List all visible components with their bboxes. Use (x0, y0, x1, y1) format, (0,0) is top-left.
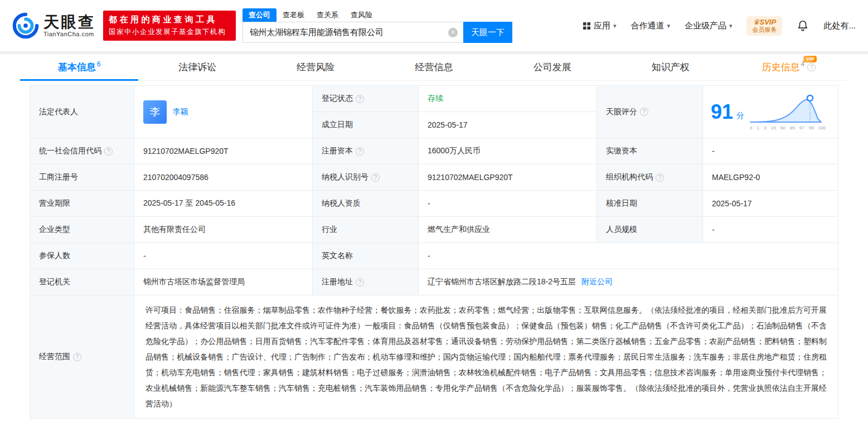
tab-intellectual-property[interactable]: 知识产权 (612, 54, 730, 80)
score-unit: 分 (736, 111, 744, 121)
nav-cooperation[interactable]: 合作通道 ▾ (631, 21, 670, 31)
promo-line2: 国家中小企业发展子基金旗下机构 (109, 27, 230, 37)
table-row: 统一社会信用代码 ? 91210702MAELGP920T 注册资本 ? 160… (30, 138, 838, 164)
crown-icon: ♛ (753, 18, 760, 26)
credit-code-value: 91210702MAELGP920T (134, 138, 313, 164)
nav-apps[interactable]: 应用 ▾ (583, 21, 617, 31)
reg-status-label: 登记状态 ? (313, 86, 419, 111)
svip-badge[interactable]: ♛SVIP 会员服务 (746, 16, 782, 36)
taxpayer-quality-value: - (419, 191, 597, 216)
paid-capital-value: - (703, 138, 838, 164)
nav-enterprise-label: 企业级产品 (685, 21, 726, 31)
search-input-wrap: × (243, 22, 463, 43)
tab-basic-info[interactable]: 基本信息 6 (20, 54, 138, 80)
table-row: 登记机关 锦州市古塔区市场监督管理局 注册地址 ? 辽宁省锦州市古塔区解放路二段… (30, 269, 838, 295)
table-row: 工商注册号 210702004097586 纳税人识别号 ? 91210702M… (30, 164, 838, 191)
table-row: 营业期限 2025-05-17 至 2045-05-16 纳税人资质 - 核准日… (30, 191, 838, 217)
legal-rep-name-link[interactable]: 李颖 (173, 107, 188, 117)
help-icon[interactable]: ? (807, 63, 816, 71)
insured-count-label: 参保人数 (30, 243, 134, 269)
reg-address-value: 辽宁省锦州市古塔区解放路二段18-2号五层 附近公司 (419, 269, 838, 295)
reg-capital-label: 注册资本 ? (313, 138, 419, 164)
help-icon[interactable]: ? (656, 173, 664, 182)
legal-rep-avatar[interactable]: 李 (143, 100, 167, 124)
nav-enterprise[interactable]: 企业级产品 ▾ (685, 21, 733, 31)
chevron-down-icon: ▾ (613, 22, 617, 30)
reg-capital-value: 16000万人民币 (419, 138, 597, 164)
help-icon[interactable]: ? (640, 108, 648, 116)
tab-operating-risk[interactable]: 经营风险 (256, 54, 375, 80)
search-tab-relation[interactable]: 查关系 (311, 8, 345, 22)
taxpayer-quality-label: 纳税人资质 (313, 191, 419, 216)
logo-text: 天眼查 TianYanCha.com (43, 14, 95, 37)
help-icon[interactable]: ? (356, 95, 364, 103)
search-tab-risk[interactable]: 查风险 (345, 8, 379, 22)
reg-authority-value: 锦州市古塔区市场监督管理局 (134, 269, 313, 295)
nearby-companies-link[interactable]: 附近公司 (581, 277, 613, 287)
credit-code-label: 统一社会信用代码 ? (30, 138, 134, 164)
business-scope-label: 经营范围 ? (30, 295, 134, 418)
taxpayer-id-label: 纳税人识别号 ? (313, 164, 419, 190)
help-icon[interactable]: ? (104, 147, 113, 156)
logo-name: 天眼查 (43, 14, 95, 31)
industry-label: 行业 (313, 217, 419, 242)
svip-sublabel: 会员服务 (752, 26, 777, 33)
tab-legal-proceedings[interactable]: 法律诉讼 (138, 54, 256, 80)
search-input[interactable] (243, 28, 448, 37)
search-button[interactable]: 天眼一下 (463, 22, 512, 43)
staff-size-label: 人员规模 (597, 217, 703, 242)
reg-number-value: 210702004097586 (134, 164, 313, 190)
promo-line1: 都在用的商业查询工具 (109, 14, 230, 25)
tab-history-count: 4 (801, 60, 805, 68)
help-icon[interactable]: ? (371, 173, 380, 182)
header: 天眼查 TianYanCha.com 都在用的商业查询工具 国家中小企业发展子基… (0, 0, 868, 51)
tab-history-info[interactable]: VIP 历史信息 4 ? (730, 54, 848, 80)
establish-date-row: 成立日期 2025-05-17 (313, 112, 597, 138)
reg-status-row: 登记状态 ? 存续 (313, 86, 597, 112)
score-cell[interactable]: 91 分 0131550859799100 (703, 86, 838, 138)
insured-count-value: - (134, 243, 313, 269)
industry-value: 燃气生产和供应业 (419, 217, 597, 242)
nav-apps-label: 应用 (594, 21, 610, 31)
nav-more[interactable]: 此处有... (823, 21, 856, 31)
svip-label: ♛SVIP (752, 18, 777, 26)
help-icon[interactable]: ? (356, 278, 364, 287)
score-value: 91 (711, 100, 733, 124)
approval-date-value: 2025-05-17 (703, 191, 838, 216)
reg-address-label: 注册地址 ? (313, 269, 419, 295)
score-axis: 0131550859799100 (749, 125, 827, 130)
business-term-label: 营业期限 (30, 191, 134, 216)
tab-company-development[interactable]: 公司发展 (493, 54, 612, 80)
apps-grid-icon (583, 22, 591, 30)
tab-operating-info[interactable]: 经营信息 (375, 54, 493, 80)
reg-status-value: 存续 (419, 86, 597, 111)
table-row: 经营范围 ? 许可项目：食品销售；住宿服务；烟草制品零售；农作物种子经营；餐饮服… (30, 295, 838, 418)
promo-banner: 都在用的商业查询工具 国家中小企业发展子基金旗下机构 (103, 11, 236, 41)
chevron-down-icon: ▾ (667, 22, 670, 30)
english-name-label: 英文名称 (313, 243, 419, 269)
search-tab-boss[interactable]: 查老板 (277, 8, 311, 22)
help-icon[interactable]: ? (356, 147, 364, 156)
chevron-down-icon: ▾ (729, 22, 733, 30)
clear-search-icon[interactable]: × (448, 28, 458, 37)
company-info-table: 法定代表人 李 李颖 登记状态 ? 存续 成立日期 2025-05-17 天眼评… (30, 85, 838, 419)
org-code-label: 组织机构代码 ? (597, 164, 703, 190)
tianyancha-logo[interactable]: 天眼查 TianYanCha.com (12, 12, 95, 39)
establish-date-value: 2025-05-17 (419, 112, 597, 138)
org-code-value: MAELGP92-0 (703, 164, 838, 190)
search-tabs: 查公司 查老板 查关系 查风险 (243, 8, 512, 22)
logo-site: TianYanCha.com (43, 31, 95, 37)
score-label: 天眼评分 ? (597, 86, 703, 138)
search-tab-company[interactable]: 查公司 (243, 8, 277, 22)
search-row: × 天眼一下 (243, 22, 512, 43)
english-name-value: - (419, 243, 838, 269)
help-icon[interactable]: ? (73, 353, 81, 361)
company-type-label: 企业类型 (30, 217, 134, 242)
paid-capital-label: 实缴资本 (597, 138, 703, 164)
approval-date-label: 核准日期 (597, 191, 703, 216)
score-chart: 0131550859799100 (749, 93, 827, 130)
legal-rep-cell: 李 李颖 (134, 86, 313, 138)
nav-cooperation-label: 合作通道 (631, 21, 664, 31)
business-scope-value: 许可项目：食品销售；住宿服务；烟草制品零售；农作物种子经营；餐饮服务；农药批发；… (134, 295, 838, 418)
bell-icon[interactable] (797, 20, 809, 32)
